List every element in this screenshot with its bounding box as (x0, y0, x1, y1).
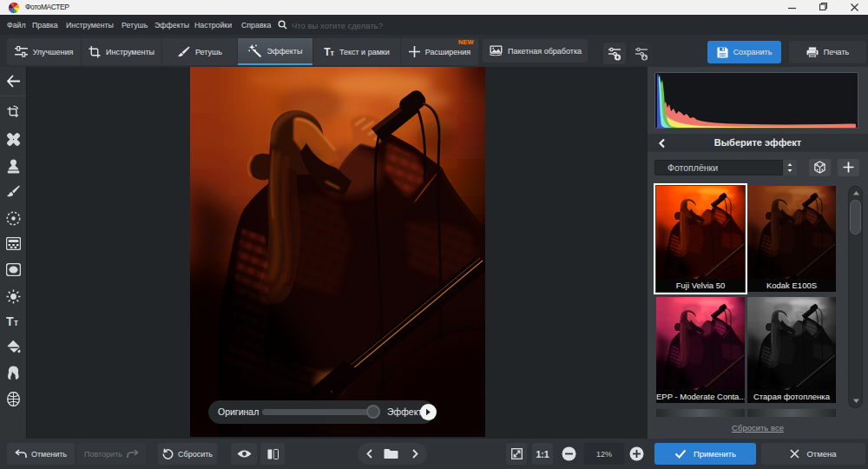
svg-text:т: т (14, 318, 18, 327)
svg-text:T: T (6, 315, 14, 327)
